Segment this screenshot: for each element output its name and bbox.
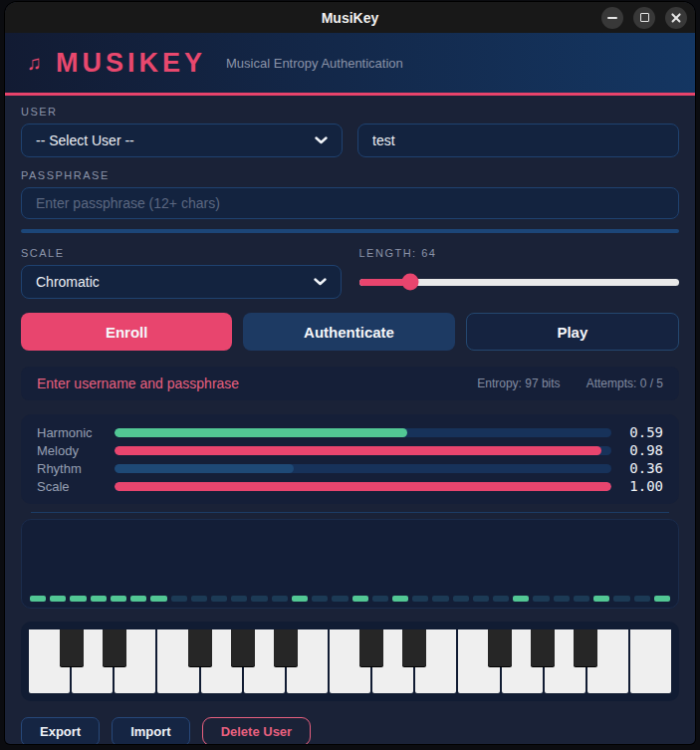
black-key[interactable] <box>488 629 513 666</box>
black-key[interactable] <box>103 629 127 666</box>
sequence-bars <box>30 596 670 602</box>
app-brand: MUSIKEY <box>56 48 206 79</box>
entropy-stat: Entropy: 97 bits <box>477 376 560 390</box>
minimize-icon <box>607 17 617 19</box>
user-select-value: -- Select User -- <box>36 132 134 148</box>
metric-value: 1.00 <box>611 478 663 494</box>
metric-label: Melody <box>37 443 115 458</box>
slider-track[interactable] <box>359 279 680 286</box>
passphrase-label: PASSPHRASE <box>21 169 679 181</box>
sequence-bar-active <box>654 596 670 602</box>
black-key[interactable] <box>359 629 384 666</box>
passphrase-strength-bar <box>21 229 679 233</box>
passphrase-input[interactable] <box>21 187 679 219</box>
export-button[interactable]: Export <box>21 717 100 744</box>
black-key[interactable] <box>402 629 427 666</box>
sequence-bar-inactive <box>231 596 247 602</box>
sequence-bar-inactive <box>533 596 549 602</box>
authenticate-button[interactable]: Authenticate <box>243 313 454 351</box>
scale-select[interactable]: Chromatic <box>21 265 342 299</box>
metrics-panel: Harmonic0.59Melody0.98Rhythm0.36Scale1.0… <box>21 414 679 504</box>
sequence-bar-active <box>392 596 408 602</box>
sequence-bar-active <box>30 596 46 602</box>
black-key[interactable] <box>274 629 299 666</box>
metric-label: Harmonic <box>37 425 115 440</box>
window-title: MusiKey <box>322 10 379 26</box>
sequence-bar-inactive <box>493 596 509 602</box>
enroll-button[interactable]: Enroll <box>21 313 232 351</box>
chevron-down-icon <box>314 278 327 286</box>
sequence-bar-active <box>150 596 166 602</box>
metric-bar-track <box>115 446 611 455</box>
metric-label: Rhythm <box>37 461 115 476</box>
sequence-bar-active <box>130 596 146 602</box>
metric-bar-track <box>115 428 611 437</box>
sequence-bar-inactive <box>272 596 288 602</box>
titlebar: MusiKey <box>5 2 695 33</box>
length-slider[interactable] <box>359 265 680 299</box>
maximize-button[interactable] <box>633 7 655 29</box>
piano-keyboard[interactable] <box>29 629 671 693</box>
sequence-bar-inactive <box>191 596 207 602</box>
metric-bar-fill <box>115 482 611 491</box>
sequence-bar-active <box>292 596 308 602</box>
metric-value: 0.98 <box>611 442 663 458</box>
metric-row: Melody0.98 <box>37 441 663 459</box>
length-label: LENGTH: 64 <box>359 247 680 259</box>
sequence-bar-inactive <box>332 596 348 602</box>
app-header: ♫ MUSIKEY Musical Entropy Authentication <box>5 33 695 96</box>
status-panel: Enter username and passphrase Entropy: 9… <box>21 367 679 400</box>
piano-panel <box>21 622 679 701</box>
music-note-icon: ♫ <box>27 52 42 75</box>
black-key[interactable] <box>231 629 256 666</box>
metric-bar-fill <box>115 428 407 437</box>
metric-label: Scale <box>37 479 115 494</box>
sequence-bar-inactive <box>372 596 388 602</box>
chevron-down-icon <box>315 136 328 144</box>
window-controls <box>601 2 687 33</box>
metric-row: Rhythm0.36 <box>37 459 663 477</box>
close-button[interactable] <box>665 7 687 29</box>
play-button[interactable]: Play <box>466 313 679 351</box>
scale-select-value: Chromatic <box>36 274 100 290</box>
delete-user-button[interactable]: Delete User <box>202 717 312 744</box>
username-input[interactable] <box>357 124 679 157</box>
sequence-bar-active <box>70 596 86 602</box>
sequence-bar-active <box>513 596 529 602</box>
white-key[interactable] <box>630 629 671 693</box>
metric-row: Scale1.00 <box>37 477 663 495</box>
status-message: Enter username and passphrase <box>37 375 239 391</box>
sequence-bar-active <box>50 596 66 602</box>
sequence-bar-inactive <box>251 596 267 602</box>
minimize-button[interactable] <box>601 7 623 29</box>
black-key[interactable] <box>531 629 556 666</box>
sequence-bar-inactive <box>473 596 489 602</box>
metric-bar-track <box>115 482 611 491</box>
sequence-bar-inactive <box>613 596 629 602</box>
black-key[interactable] <box>60 629 85 666</box>
slider-thumb[interactable] <box>401 274 418 291</box>
sequence-bar-inactive <box>171 596 187 602</box>
metric-bar-track <box>115 464 611 473</box>
sequence-visualization <box>21 519 679 609</box>
sequence-bar-inactive <box>554 596 570 602</box>
sequence-bar-inactive <box>453 596 469 602</box>
metric-bar-fill <box>115 446 601 455</box>
black-key[interactable] <box>188 629 213 666</box>
attempts-stat: Attempts: 0 / 5 <box>586 376 663 390</box>
sequence-bar-inactive <box>412 596 428 602</box>
divider <box>31 512 669 513</box>
sequence-bar-active <box>91 596 107 602</box>
sequence-bar-active <box>352 596 368 602</box>
sequence-bar-inactive <box>574 596 589 602</box>
sequence-bar-inactive <box>634 596 650 602</box>
user-select[interactable]: -- Select User -- <box>21 124 343 157</box>
footer: Export Import Delete User <box>21 717 679 744</box>
black-key[interactable] <box>574 629 598 666</box>
metric-row: Harmonic0.59 <box>37 423 663 441</box>
import-button[interactable]: Import <box>112 717 189 744</box>
maximize-icon <box>640 13 649 22</box>
sequence-bar-active <box>593 596 609 602</box>
sequence-bar-active <box>111 596 126 602</box>
close-icon <box>670 12 682 24</box>
